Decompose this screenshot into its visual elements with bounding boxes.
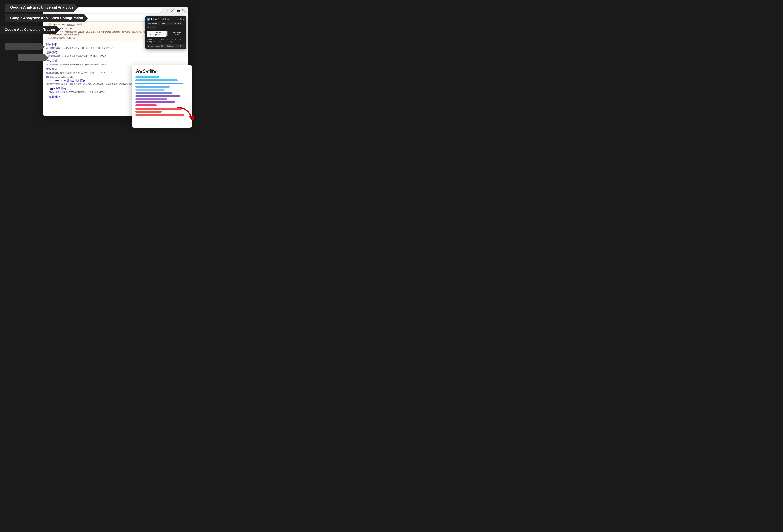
red-arrow [176, 106, 195, 121]
expand-icon[interactable]: ⤢ [177, 18, 179, 21]
ask-question-button[interactable]: 🔍 Ask this question [147, 31, 166, 37]
banner-close-icon[interactable]: ✕ [182, 45, 184, 47]
topkee-url: https://www.topkee.com.hk [50, 76, 73, 78]
label-empty-1 [5, 43, 44, 50]
chart-bar [135, 95, 181, 97]
ai-panel-header: A Ask AI Search Agent ⤢ ⚙ ✕ [147, 18, 185, 21]
bar-row [135, 82, 188, 85]
search-agent-label: Search Agent [158, 18, 170, 20]
ad-link-icon: ▪ [49, 37, 49, 39]
bar-row [135, 89, 188, 91]
chart-bar [135, 76, 159, 78]
gemini-chip[interactable]: Gemini [147, 26, 156, 29]
update-arrow-icon: ▶ [148, 45, 150, 47]
ai-chat-panel: A Ask AI Search Agent ⤢ ⚙ ✕ ChatGPT GPT-… [145, 16, 186, 49]
topkee-icon [46, 76, 49, 78]
label-empty-2 [18, 54, 49, 61]
chart-bar [135, 86, 170, 88]
ad-ops-title[interactable]: 廣告運營 [46, 51, 185, 55]
chatgpt-dot [148, 23, 150, 24]
chart-bar [135, 107, 182, 109]
ai-logo-icon: A [147, 18, 150, 21]
label-app-web-config: Google Analytics: App + Web Configuratio… [5, 14, 88, 22]
chart-bar [135, 104, 157, 106]
ai-panel-left: A Ask AI Search Agent [147, 18, 170, 21]
bar-row [135, 79, 188, 81]
model-selection-row: ChatGPT GPT-4o Claude 3 Gemini [147, 22, 185, 29]
ad-badge: 廣告 [76, 23, 82, 26]
update-text: Major Update! See what's new in 4.3.2 [151, 45, 181, 47]
update-banner[interactable]: ▶ Major Update! See what's new in 4.3.2 … [147, 44, 185, 48]
bar-row [135, 92, 188, 94]
ask-ai-label: Ask AI [151, 18, 157, 20]
bar-row [135, 95, 188, 97]
claude3-chip[interactable]: Claude 3 [171, 22, 182, 25]
chart-bar [135, 82, 183, 85]
chat-icon: ↗ [169, 33, 171, 35]
chart-bar [135, 98, 167, 100]
bar-row [135, 86, 188, 88]
gpt4o-chip[interactable]: GPT-4o [161, 22, 171, 25]
bar-row [135, 98, 188, 100]
toolbar-icons: ✕ 🎤 📷 🔍 [165, 8, 186, 12]
social-title[interactable]: 社交運營 [46, 59, 185, 63]
ai-panel-controls: ⤢ ⚙ ✕ [177, 18, 185, 21]
bar-row [135, 101, 188, 103]
chatgpt-chip[interactable]: ChatGPT [147, 22, 160, 25]
more-icon[interactable]: ⋮ [74, 76, 77, 78]
chart-bar [135, 89, 165, 91]
search-sm-icon: 🔍 [149, 33, 151, 35]
mic-icon[interactable]: 🎤 [171, 8, 175, 12]
chart-bar [135, 111, 162, 113]
camera-icon[interactable]: 📷 [176, 8, 180, 12]
ai-description: Or appending a question mark after your … [147, 38, 185, 43]
bar-row [135, 76, 188, 78]
panel-close-icon[interactable]: ✕ [183, 18, 185, 21]
label-ads-conversion: Google Ads Conversion Tracing [0, 26, 60, 34]
close-icon[interactable]: ✕ [165, 8, 169, 12]
ad-ops-section: 廣告運營 全渠道廣告運營，以增加收入為目標 谷歌/YouTube/Baidu/B… [46, 51, 185, 58]
label-universal-analytics: Google Analytics: Universal Analytics [5, 3, 78, 11]
chart-bar [135, 79, 178, 81]
chart-bar [135, 101, 175, 103]
chart-bar [135, 92, 173, 94]
ad-more-icon[interactable]: ⋮ [83, 24, 85, 26]
search-icon[interactable]: 🔍 [182, 8, 186, 12]
settings-icon[interactable]: ⚙ [180, 18, 182, 21]
full-page-chat-button[interactable]: ↗ Full Page Chat [167, 31, 185, 37]
ai-action-buttons: 🔍 Ask this question ↗ Full Page Chat [147, 31, 185, 37]
ad-ops-desc: 全渠道廣告運營，以增加收入為目標 谷歌/YouTube/Baidu/Bing/F… [46, 55, 185, 58]
chart-title: 廣告分析報告 [135, 69, 188, 73]
